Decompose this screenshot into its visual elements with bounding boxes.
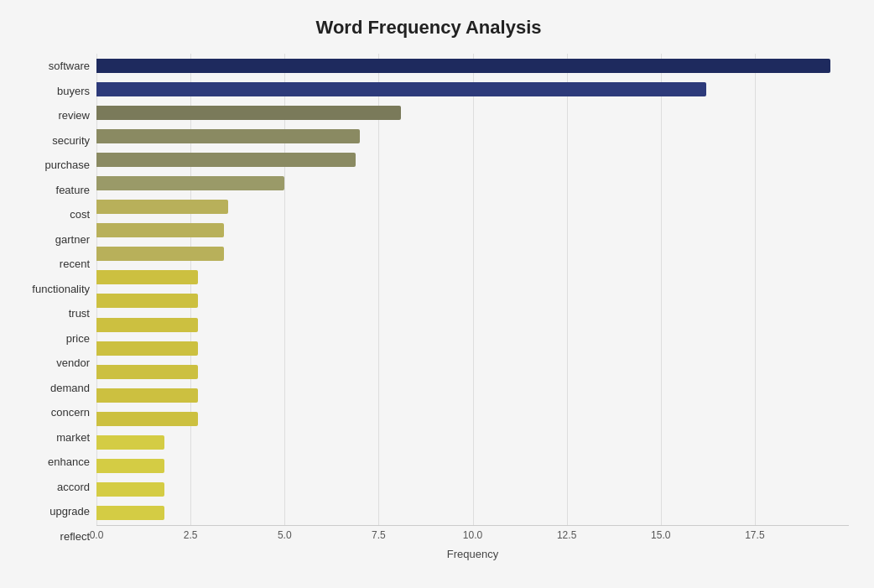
bar-review: [96, 106, 401, 120]
y-label-security: security: [52, 135, 90, 146]
bar-enhance: [96, 435, 164, 450]
y-labels: softwarebuyersreviewsecuritypurchasefeat…: [8, 54, 96, 549]
bar-concern: [96, 388, 198, 403]
bar-row-software: [96, 56, 849, 75]
bar-row-feature: [96, 174, 849, 193]
y-label-vendor: vendor: [56, 357, 90, 368]
y-label-software: software: [49, 60, 90, 71]
bar-row-enhance: [96, 434, 849, 452]
bar-row-accord: [96, 457, 849, 476]
bar-trust: [96, 294, 198, 308]
bar-market: [96, 412, 198, 426]
y-label-purchase: purchase: [45, 159, 90, 170]
bar-row-cost: [96, 198, 849, 216]
bar-row-review: [96, 103, 849, 122]
bar-row-price: [96, 315, 849, 334]
bar-cost: [96, 200, 228, 214]
y-label-concern: concern: [51, 407, 90, 418]
bar-row-upgrade: [96, 481, 849, 499]
bar-row-gartner: [96, 221, 849, 240]
y-label-reflect: reflect: [60, 531, 90, 542]
bar-functionality: [96, 270, 198, 284]
bars-area: 0.02.55.07.510.012.515.017.5 Frequency: [96, 54, 849, 549]
x-tick-label: 7.5: [372, 529, 386, 541]
x-tick-label: 0.0: [90, 529, 104, 541]
bar-row-concern: [96, 386, 849, 404]
bar-buyers: [96, 82, 706, 96]
bar-row-purchase: [96, 150, 849, 169]
bar-row-trust: [96, 292, 849, 310]
x-tick-label: 12.5: [557, 529, 576, 541]
y-label-feature: feature: [56, 185, 90, 195]
bar-feature: [96, 176, 284, 190]
chart-container: Word Frequency Analysis softwarebuyersre…: [0, 0, 874, 588]
x-tick-label: 17.5: [745, 529, 764, 541]
bar-security: [96, 129, 360, 143]
bar-row-vendor: [96, 339, 849, 357]
y-label-enhance: enhance: [48, 456, 90, 467]
bar-software: [96, 59, 830, 73]
x-tick-label: 2.5: [184, 529, 198, 541]
y-label-gartner: gartner: [55, 234, 90, 245]
bar-purchase: [96, 153, 356, 167]
x-tick-label: 5.0: [278, 529, 292, 541]
bar-vendor: [96, 341, 198, 356]
bar-row-reflect: [96, 504, 849, 523]
y-label-price: price: [66, 333, 90, 344]
y-label-trust: trust: [69, 308, 90, 319]
bar-row-buyers: [96, 80, 849, 98]
chart-title: Word Frequency Analysis: [8, 17, 849, 39]
bar-accord: [96, 459, 164, 473]
bar-price: [96, 318, 198, 332]
bar-row-demand: [96, 362, 849, 381]
bar-gartner: [96, 223, 224, 237]
bar-recent: [96, 247, 224, 261]
y-label-cost: cost: [70, 209, 90, 220]
x-axis-label: Frequency: [96, 548, 849, 560]
bar-upgrade: [96, 482, 164, 497]
y-label-recent: recent: [60, 258, 90, 269]
y-label-accord: accord: [57, 481, 90, 492]
y-label-buyers: buyers: [57, 86, 90, 96]
x-tick-label: 10.0: [463, 529, 482, 541]
y-label-demand: demand: [50, 382, 90, 393]
bar-demand: [96, 365, 198, 379]
y-label-functionality: functionality: [32, 284, 90, 294]
bar-row-market: [96, 409, 849, 428]
x-tick-label: 15.0: [651, 529, 670, 541]
bar-row-security: [96, 127, 849, 145]
bar-row-recent: [96, 245, 849, 263]
bar-reflect: [96, 506, 164, 520]
bar-row-functionality: [96, 268, 849, 287]
y-label-market: market: [56, 432, 90, 443]
y-label-upgrade: upgrade: [49, 506, 90, 517]
y-label-review: review: [58, 110, 90, 121]
